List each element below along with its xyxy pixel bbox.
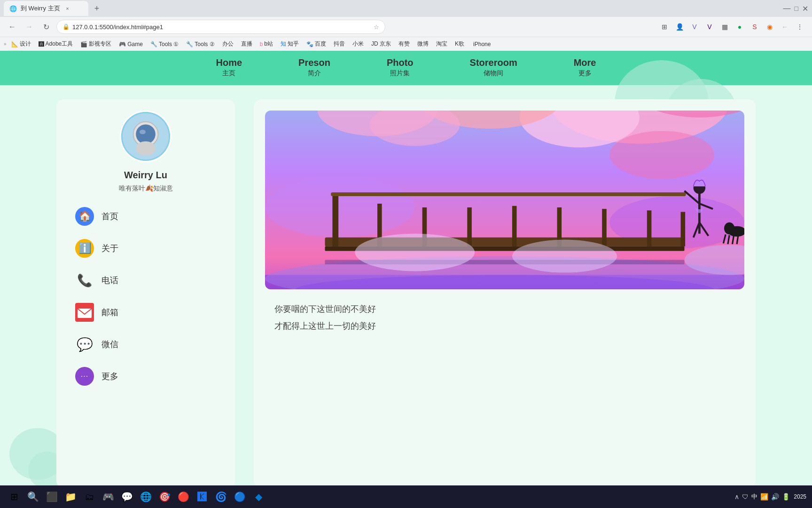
sidebar-item-mail[interactable]: 邮箱 <box>66 296 226 328</box>
nav-preson[interactable]: Preson 简介 <box>270 56 359 79</box>
bookmark-icon-baidu: 🐾 <box>306 41 313 48</box>
addon-icon-2[interactable]: V <box>703 20 716 33</box>
forward-button[interactable]: → <box>23 20 36 33</box>
sidebar-item-phone[interactable]: 📞 电话 <box>66 264 226 296</box>
bookmark-icon-bsite: b <box>260 41 263 48</box>
bookmarks-chevron[interactable]: » <box>4 41 7 47</box>
sidebar-more-label: 更多 <box>102 371 118 382</box>
sidebar-item-wechat[interactable]: 💬 微信 <box>66 328 226 360</box>
bookmark-game[interactable]: 🎮 Game <box>116 40 146 48</box>
minimize-button[interactable]: — <box>783 4 791 13</box>
tray-volume-icon[interactable]: 🔊 <box>771 493 779 500</box>
addon-icon-3[interactable]: ▦ <box>718 20 731 33</box>
close-window-button[interactable]: ✕ <box>802 4 808 13</box>
nav-home[interactable]: Home 主页 <box>188 56 271 79</box>
menu-button[interactable]: ⋮ <box>793 20 806 33</box>
tray-expand-icon[interactable]: ∧ <box>734 493 739 500</box>
bookmark-taobao[interactable]: 淘宝 <box>433 39 450 49</box>
taskbar-browser2-button[interactable]: 🌀 <box>212 488 229 505</box>
bookmark-adobe[interactable]: 🅰 Adobe工具 <box>36 39 76 49</box>
tray-wifi-icon[interactable]: 📶 <box>760 493 768 500</box>
bookmark-mi[interactable]: 小米 <box>350 39 367 49</box>
bookmark-youzan[interactable]: 有赞 <box>396 39 413 49</box>
taskbar-app2-button[interactable]: 🎯 <box>156 488 173 505</box>
bookmark-weibo[interactable]: 微博 <box>414 39 431 49</box>
active-tab[interactable]: 🌐 到 Weirry 主页 × <box>4 1 88 16</box>
bookmark-design[interactable]: 📐 设计 <box>8 39 34 49</box>
svg-rect-28 <box>512 206 517 246</box>
taskbar-app1-button[interactable]: 🎮 <box>100 488 117 505</box>
bookmark-video[interactable]: 🎬 影视专区 <box>78 39 114 49</box>
extensions-button[interactable]: ⊞ <box>658 20 671 33</box>
mail-icon <box>75 303 94 322</box>
addon-icon-1[interactable]: V <box>688 20 701 33</box>
taskbar-store-button[interactable]: 🗂 <box>81 488 98 505</box>
profile-name: Weirry Lu <box>124 170 167 181</box>
svg-point-4 <box>140 130 146 134</box>
user-icon[interactable]: 👤 <box>673 20 686 33</box>
bookmark-kge[interactable]: K歌 <box>452 39 467 49</box>
tray-ime-icon[interactable]: 中 <box>751 492 757 501</box>
bookmark-office[interactable]: 办公 <box>219 39 236 49</box>
tab-close-button[interactable]: × <box>64 5 71 12</box>
quote-line-1: 你要咽的下这世间的不美好 <box>274 303 735 315</box>
main-content: Weirry Lu 唯有落叶🍂知淑意 🏠 首页 ℹ️ 关于 📞 电话 <box>0 85 812 502</box>
svg-rect-30 <box>602 209 607 246</box>
address-text: 127.0.0.1:5500/index.html#page1 <box>72 24 371 31</box>
taskbar-vscode-button[interactable]: ◆ <box>250 488 267 505</box>
profile-bio: 唯有落叶🍂知淑意 <box>119 184 173 193</box>
back-button[interactable]: ← <box>6 20 19 33</box>
sidebar-item-about[interactable]: ℹ️ 关于 <box>66 232 226 264</box>
sidebar-wechat-label: 微信 <box>102 339 118 350</box>
address-box[interactable]: 🔒 127.0.0.1:5500/index.html#page1 ☆ <box>56 20 385 34</box>
address-bar-row: ← → ↻ 🔒 127.0.0.1:5500/index.html#page1 … <box>0 17 812 37</box>
sidebar-item-home[interactable]: 🏠 首页 <box>66 200 226 232</box>
bookmark-icon-tools2: 🔧 <box>186 41 193 48</box>
taskbar-browser1-button[interactable]: 🌐 <box>137 488 154 505</box>
svg-point-36 <box>355 234 475 271</box>
addon-icon-6[interactable]: ◉ <box>763 20 776 33</box>
nav-storeroom[interactable]: Storeroom 储物间 <box>442 56 546 79</box>
star-icon[interactable]: ☆ <box>374 24 379 31</box>
maximize-button[interactable]: □ <box>795 5 798 12</box>
bookmark-live[interactable]: 直播 <box>238 39 255 49</box>
addon-icon-5[interactable]: S <box>748 20 761 33</box>
addon-icon-4[interactable]: ● <box>733 20 746 33</box>
taskbar-wechat-button[interactable]: 💬 <box>118 488 135 505</box>
bookmark-tools1[interactable]: 🔧 Tools ① <box>148 40 181 48</box>
tray-battery-icon[interactable]: 🔋 <box>782 493 790 500</box>
taskbar-app3-button[interactable]: 🔴 <box>175 488 192 505</box>
bookmark-icon-zhihu: 知 <box>281 40 286 48</box>
new-tab-button[interactable]: + <box>90 2 103 15</box>
bookmark-baidu[interactable]: 🐾 百度 <box>304 39 329 49</box>
bookmark-bsite[interactable]: b b站 <box>257 39 276 49</box>
bookmark-douyin[interactable]: 抖音 <box>331 39 348 49</box>
bookmark-tools2[interactable]: 🔧 Tools ② <box>183 40 217 48</box>
svg-point-18 <box>265 177 415 238</box>
bookmark-icon-video: 🎬 <box>80 41 87 48</box>
bookmark-jd[interactable]: JD 京东 <box>368 39 394 49</box>
taskbar-time: 2025 <box>794 493 806 500</box>
sidebar-item-more[interactable]: ··· 更多 <box>66 360 226 392</box>
taskbar-taskview-button[interactable]: ⬛ <box>43 488 60 505</box>
svg-rect-31 <box>647 210 652 246</box>
taskbar-explorer-button[interactable]: 📁 <box>62 488 79 505</box>
title-bar: 🌐 到 Weirry 主页 × + — □ ✕ <box>0 0 812 17</box>
reload-button[interactable]: ↻ <box>39 20 53 33</box>
bookmark-iphone[interactable]: iPhone <box>469 40 493 48</box>
taskbar-app4-button[interactable]: 🅺 <box>194 488 211 505</box>
taskbar-search-button[interactable]: 🔍 <box>24 488 41 505</box>
svg-point-40 <box>724 222 734 235</box>
taskbar-chrome-button[interactable]: 🔵 <box>231 488 248 505</box>
nav-more[interactable]: More 更多 <box>546 56 625 79</box>
sidebar-about-label: 关于 <box>102 243 118 254</box>
browser-chrome: 🌐 到 Weirry 主页 × + — □ ✕ ← → ↻ 🔒 127.0.0.… <box>0 0 812 51</box>
svg-point-37 <box>512 239 617 272</box>
nav-photo[interactable]: Photo 照片集 <box>359 56 442 79</box>
addon-icon-7[interactable]: ← <box>778 20 791 33</box>
bookmark-zhihu[interactable]: 知 知乎 <box>278 39 302 49</box>
taskbar-system-tray: ∧ 🛡 中 📶 🔊 🔋 2025 <box>734 492 806 501</box>
taskbar-start-button[interactable]: ⊞ <box>6 488 23 505</box>
info-icon: ℹ️ <box>75 239 94 258</box>
tray-security-icon[interactable]: 🛡 <box>742 493 749 500</box>
